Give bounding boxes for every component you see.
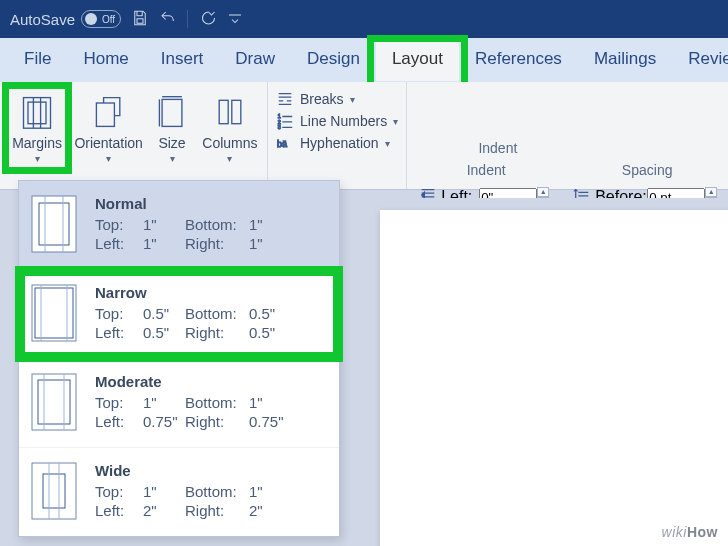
- breaks-button[interactable]: Breaks▾: [276, 90, 398, 108]
- tab-design[interactable]: Design: [291, 39, 376, 81]
- toggle-switch[interactable]: Off: [81, 10, 121, 28]
- document-area: [360, 198, 728, 546]
- svg-rect-17: [32, 285, 76, 341]
- redo-icon[interactable]: [198, 9, 216, 30]
- margin-thumb-icon: [31, 462, 77, 520]
- orientation-label: Orientation: [74, 135, 142, 151]
- hyphenation-icon: bā: [276, 134, 294, 152]
- margin-preset-title: Wide: [95, 462, 323, 479]
- undo-icon[interactable]: [159, 9, 177, 30]
- svg-rect-2: [28, 102, 46, 124]
- svg-rect-6: [162, 99, 182, 126]
- tab-references[interactable]: References: [459, 39, 578, 81]
- qat-customize-icon[interactable]: [226, 9, 244, 30]
- svg-text:bā: bā: [277, 139, 287, 149]
- save-icon[interactable]: [131, 9, 149, 30]
- indent-header: Indent: [415, 140, 580, 156]
- breaks-icon: [276, 90, 294, 108]
- indent-header: Indent: [419, 162, 553, 178]
- columns-label: Columns: [202, 135, 257, 151]
- spacing-header: Spacing: [573, 162, 721, 178]
- chevron-down-icon: ▾: [35, 153, 40, 164]
- autosave-toggle[interactable]: AutoSave Off: [10, 10, 121, 28]
- margin-preset-wide[interactable]: WideTop:1"Bottom:1"Left:2"Right:2": [19, 447, 339, 536]
- tab-home[interactable]: Home: [67, 39, 144, 81]
- ribbon: Margins ▾ Orientation ▾ Size ▾ Columns ▾: [0, 82, 728, 190]
- line-numbers-button[interactable]: 123 Line Numbers▾: [276, 112, 398, 130]
- svg-rect-7: [219, 100, 228, 123]
- tab-review[interactable]: Review: [672, 39, 728, 81]
- svg-rect-0: [137, 18, 143, 23]
- size-icon: [154, 94, 190, 133]
- tab-draw[interactable]: Draw: [219, 39, 291, 81]
- margin-thumb-icon: [31, 373, 77, 431]
- margin-preset-narrow[interactable]: NarrowTop:0.5"Bottom:0.5"Left:0.5"Right:…: [19, 269, 339, 358]
- margin-thumb-icon: [31, 284, 77, 342]
- svg-rect-8: [232, 100, 241, 123]
- size-label: Size: [158, 135, 185, 151]
- line-numbers-icon: 123: [276, 112, 294, 130]
- columns-button[interactable]: Columns ▾: [201, 86, 259, 172]
- margin-preset-moderate[interactable]: ModerateTop:1"Bottom:1"Left:0.75"Right:0…: [19, 358, 339, 447]
- svg-text:3: 3: [278, 124, 281, 130]
- tab-file[interactable]: File: [8, 39, 67, 81]
- svg-rect-5: [96, 103, 114, 126]
- tab-insert[interactable]: Insert: [145, 39, 220, 81]
- margins-dropdown: NormalTop:1"Bottom:1"Left:1"Right:1"Narr…: [18, 180, 340, 537]
- document-page[interactable]: [380, 210, 728, 546]
- orientation-button[interactable]: Orientation ▾: [74, 86, 143, 172]
- svg-rect-21: [32, 374, 76, 430]
- columns-icon: [212, 94, 248, 133]
- orientation-icon: [91, 94, 127, 133]
- paragraph-group: Indent Indent: [415, 82, 725, 162]
- margins-icon: [19, 94, 55, 133]
- autosave-label: AutoSave: [10, 11, 75, 28]
- margin-preset-title: Moderate: [95, 373, 323, 390]
- tab-mailings[interactable]: Mailings: [578, 39, 672, 81]
- ribbon-tabs: File Home Insert Draw Design Layout Refe…: [0, 38, 728, 82]
- margin-preset-normal[interactable]: NormalTop:1"Bottom:1"Left:1"Right:1": [19, 181, 339, 269]
- margin-thumb-icon: [31, 195, 77, 253]
- hyphenation-button[interactable]: bā Hyphenation▾: [276, 134, 398, 152]
- margins-label: Margins: [12, 135, 62, 151]
- title-bar: AutoSave Off: [0, 0, 728, 38]
- autosave-state: Off: [102, 14, 115, 25]
- size-button[interactable]: Size ▾: [151, 86, 193, 172]
- margins-button[interactable]: Margins ▾: [8, 86, 66, 172]
- watermark: wikiHow: [662, 524, 718, 540]
- margin-preset-title: Narrow: [95, 284, 323, 301]
- tab-layout[interactable]: Layout: [376, 39, 459, 81]
- svg-rect-25: [32, 463, 76, 519]
- margin-preset-title: Normal: [95, 195, 323, 212]
